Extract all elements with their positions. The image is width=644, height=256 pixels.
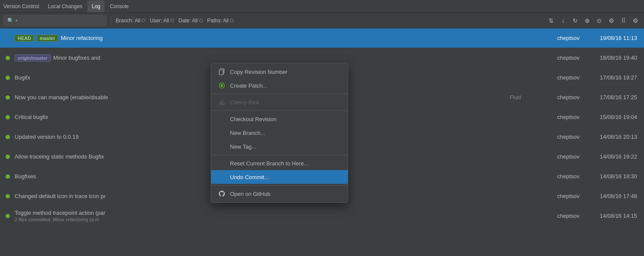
author-col: cheptsov [524, 94, 585, 101]
menu-item-checkout-revision[interactable]: Checkout Revision [211, 112, 348, 126]
tab-console[interactable]: Console [105, 0, 133, 12]
filter-group: Branch: All ⬡ User: All ⬡ Date: All ⬡ Pa… [116, 18, 543, 24]
menu-label: Open on GitHub [230, 191, 341, 197]
tag-master: master [37, 35, 58, 42]
commit-subject: origin/master Minor bugfixes and [15, 55, 524, 61]
menu-item-undo-commit[interactable]: Undo Commit... [211, 170, 348, 184]
commit-dot [6, 76, 10, 80]
menu-item-new-tag[interactable]: New Tag... [211, 140, 348, 153]
search2-icon-btn[interactable]: ⊕ [582, 15, 592, 26]
author-col: cheptsov [524, 134, 585, 140]
commit-info: origin/master Minor bugfixes and [12, 55, 524, 61]
search-icon: 🔍 [7, 18, 14, 24]
date-col: 19/08/16 11:13 [585, 35, 641, 41]
graph-col [3, 174, 12, 179]
commit-dot [6, 135, 10, 139]
menu-item-open-github[interactable]: Open on GitHub [211, 187, 348, 201]
undo-icon [218, 173, 226, 181]
new-branch-icon [218, 129, 226, 137]
commit-subject: HEAD master Minor refactoring [15, 35, 524, 42]
commit-meta: 2 files committed: Minor refactoring (a … [15, 217, 524, 222]
commit-text: Bugifx [15, 74, 30, 81]
commit-text: Changed default icon in trace icon pr [15, 193, 106, 199]
menu-separator [211, 110, 348, 111]
table-row[interactable]: Toggle method tracepoint action (par 2 f… [0, 206, 644, 226]
search-input[interactable] [19, 18, 97, 24]
graph-col [3, 194, 12, 198]
author-col: cheptsov [524, 55, 585, 61]
tab-bar: Version Control: Local Changes Log Conso… [0, 0, 644, 13]
user-arrow-icon: ⬡ [170, 18, 174, 23]
commit-text: Minor bugfixes and [53, 55, 101, 61]
filter-branch[interactable]: Branch: All ⬡ [116, 18, 145, 24]
author-col: cheptsov [524, 153, 585, 160]
filter2-icon-btn[interactable]: ⚙ [606, 15, 616, 26]
tab-log[interactable]: Log [87, 0, 104, 12]
reset-icon [218, 159, 226, 167]
branch-icon-btn[interactable]: ⇅ [546, 15, 556, 26]
menu-item-copy-revision[interactable]: Copy Revision Number [211, 65, 348, 79]
download-icon-btn[interactable]: ↓ [558, 15, 568, 26]
commit-dot [6, 115, 10, 119]
cherry-icon [218, 98, 226, 106]
main-content: HEAD master Minor refactoring cheptsov 1… [0, 28, 644, 256]
date-col: 18/08/16 19:40 [585, 55, 641, 61]
commit-info: Toggle method tracepoint action (par 2 f… [12, 210, 524, 222]
commit-subject: Toggle method tracepoint action (par [15, 210, 524, 216]
menu-label: Copy Revision Number [230, 69, 341, 75]
author-col: cheptsov [524, 35, 585, 41]
menu-item-reset-branch[interactable]: Reset Current Branch to Here... [211, 156, 348, 170]
author-col: cheptsov [524, 173, 585, 180]
grid-icon-btn[interactable]: ⠿ [618, 15, 629, 26]
date-col: 14/08/16 17:48 [585, 193, 641, 199]
commit-text: Bugfixes [15, 173, 36, 180]
date-col: 15/08/16 19:04 [585, 114, 641, 120]
toolbar: 🔍 ▾ Branch: All ⬡ User: All ⬡ Date: All … [0, 13, 644, 28]
graph-col [3, 135, 12, 139]
search-box[interactable]: 🔍 ▾ [3, 15, 107, 26]
paths-arrow-icon: ⬡ [230, 18, 234, 23]
graph-col [3, 36, 12, 40]
branch-label: Fluid [490, 94, 524, 101]
date-col: 14/08/16 18:30 [585, 173, 641, 180]
search-dropdown-arrow[interactable]: ▾ [15, 18, 18, 23]
date-col: 17/08/16 17:25 [585, 94, 641, 101]
context-menu: Copy Revision Number Create Patch... Che… [211, 63, 348, 203]
toolbar-separator-1 [111, 16, 111, 25]
menu-label: Create Patch... [230, 82, 341, 89]
author-col: cheptsov [524, 74, 585, 81]
menu-label: Undo Commit... [230, 174, 341, 180]
filter-paths[interactable]: Paths: All ⬡ [207, 18, 234, 24]
commit-dot [6, 56, 10, 60]
commit-text: Minor refactoring [61, 35, 103, 41]
commit-info: HEAD master Minor refactoring [12, 35, 524, 42]
refresh-icon-btn[interactable]: ↻ [570, 15, 580, 26]
menu-item-new-branch[interactable]: New Branch... [211, 126, 348, 140]
commit-text: Now you can manage (enable/disable [15, 94, 108, 101]
menu-separator [211, 155, 348, 155]
tab-local-changes[interactable]: Local Changes [43, 0, 86, 12]
table-row[interactable]: HEAD master Minor refactoring cheptsov 1… [0, 28, 644, 48]
tag-head: HEAD [15, 35, 34, 42]
author-col: cheptsov [524, 193, 585, 199]
svg-rect-1 [219, 70, 223, 75]
github-icon [218, 190, 226, 198]
patch-icon [218, 82, 226, 89]
commit-dot [6, 174, 10, 179]
zoom-icon-btn[interactable]: ⊙ [594, 15, 604, 26]
date-col: 14/08/16 19:22 [585, 153, 641, 160]
author-col: cheptsov [524, 114, 585, 120]
toolbar-icons: ⇅ ↓ ↻ ⊕ ⊙ ⚙ ⠿ ⚙ [546, 15, 641, 26]
settings-icon-btn[interactable]: ⚙ [630, 15, 641, 26]
graph-col [3, 76, 12, 80]
filter-user[interactable]: User: All ⬡ [150, 18, 174, 24]
svg-point-3 [221, 84, 223, 87]
commit-text: Critical bugfix [15, 114, 48, 120]
filter-date[interactable]: Date: All ⬡ [178, 18, 203, 24]
commit-dot [6, 36, 10, 40]
commit-text: Updated version to 0.0.19 [15, 134, 79, 140]
checkout-icon [218, 115, 226, 123]
branch-arrow-icon: ⬡ [141, 18, 145, 23]
menu-item-create-patch[interactable]: Create Patch... [211, 79, 348, 92]
tag-origin: origin/master [15, 55, 51, 61]
